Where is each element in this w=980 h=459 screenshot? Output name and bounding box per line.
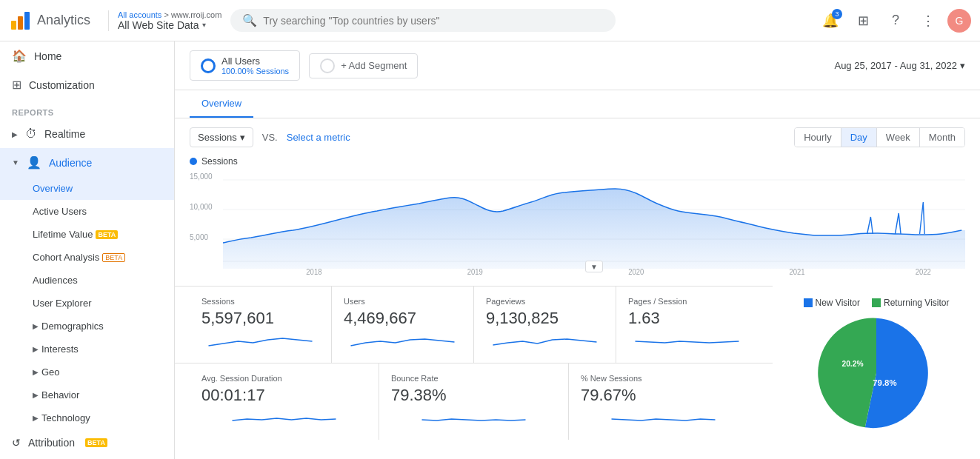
returning-visitor-legend-color bbox=[872, 298, 881, 307]
date-range-selector[interactable]: Aug 25, 2017 - Aug 31, 2022 ▾ bbox=[834, 60, 965, 71]
select-metric-link[interactable]: Select a metric bbox=[287, 132, 350, 143]
sidebar-item-attribution[interactable]: ↺ Attribution BETA bbox=[0, 429, 174, 456]
time-buttons: Hourly Day Week Month bbox=[794, 127, 965, 147]
metric-label: Sessions bbox=[198, 132, 237, 143]
chart-svg-container: 2018 2019 2020 2021 2022 ▼ bbox=[223, 172, 965, 278]
pageviews-label: Pageviews bbox=[486, 297, 604, 306]
svg-rect-0 bbox=[11, 21, 16, 30]
header-actions: 🔔 3 ⊞ ? ⋮ G bbox=[817, 7, 971, 34]
avg-session-sparkline bbox=[201, 409, 367, 427]
metric-selector[interactable]: Sessions ▾ bbox=[190, 127, 253, 147]
cohort-beta: BETA bbox=[102, 253, 125, 262]
attribution-icon: ↺ bbox=[12, 437, 21, 449]
behavior-chevron: ▶ bbox=[33, 391, 39, 399]
main-content: All Users 100.00% Sessions + Add Segment… bbox=[175, 41, 980, 459]
users-label: Users bbox=[344, 297, 461, 306]
stat-users: Users 4,469,667 bbox=[332, 287, 474, 363]
sidebar-item-realtime[interactable]: ▶ ⏱ Realtime bbox=[0, 120, 174, 148]
account-dropdown-arrow: ▾ bbox=[202, 21, 206, 29]
sidebar-item-demographics[interactable]: ▶ Demographics bbox=[0, 315, 174, 338]
pie-chart: 79.8% 20.2% bbox=[817, 314, 936, 432]
sidebar-sub-cohort-analysis[interactable]: Cohort Analysis BETA bbox=[0, 246, 174, 269]
week-button[interactable]: Week bbox=[877, 128, 920, 147]
audience-icon: 👤 bbox=[27, 155, 41, 170]
sessions-legend-dot bbox=[190, 158, 197, 165]
avatar[interactable]: G bbox=[947, 9, 971, 33]
sidebar-sub-audiences[interactable]: Audiences bbox=[0, 269, 174, 292]
sidebar-item-home[interactable]: 🏠 Home bbox=[0, 41, 174, 70]
pages-session-label: Pages / Session bbox=[628, 297, 746, 306]
main-layout: 🏠 Home ⊞ Customization REPORTS ▶ ⏱ Realt… bbox=[0, 41, 980, 459]
avg-session-label: Avg. Session Duration bbox=[201, 374, 367, 383]
search-bar[interactable]: 🔍 bbox=[230, 9, 616, 32]
geo-chevron: ▶ bbox=[33, 368, 39, 376]
sidebar-sub-overview[interactable]: Overview bbox=[0, 177, 174, 200]
svg-rect-1 bbox=[18, 16, 23, 30]
search-icon: 🔍 bbox=[242, 13, 257, 27]
pages-session-sparkline bbox=[628, 332, 746, 350]
pageviews-sparkline bbox=[486, 332, 604, 350]
chart-legend: Sessions bbox=[190, 156, 965, 167]
realtime-chevron: ▶ bbox=[12, 130, 18, 138]
svg-text:2019: 2019 bbox=[467, 268, 483, 276]
pie-legend: New Visitor Returning Visitor bbox=[804, 298, 950, 308]
sidebar-sub-user-explorer[interactable]: User Explorer bbox=[0, 292, 174, 315]
sidebar-sub-lifetime-value[interactable]: Lifetime Value BETA bbox=[0, 223, 174, 246]
returning-visitor-label: Returning Visitor bbox=[884, 298, 950, 308]
sidebar-item-customization[interactable]: ⊞ Customization bbox=[0, 70, 174, 99]
svg-rect-2 bbox=[24, 12, 30, 30]
new-sessions-label: % New Sessions bbox=[581, 374, 746, 383]
new-visitor-legend-item: New Visitor bbox=[804, 298, 860, 308]
lifetime-value-beta: BETA bbox=[96, 230, 118, 239]
chart-with-labels: 15,000 10,000 5,000 bbox=[190, 172, 965, 278]
svg-text:2018: 2018 bbox=[306, 268, 321, 276]
new-sessions-value: 79.67% bbox=[581, 386, 746, 405]
month-button[interactable]: Month bbox=[920, 128, 964, 147]
sidebar-item-interests[interactable]: ▶ Interests bbox=[0, 338, 174, 361]
search-input[interactable] bbox=[263, 15, 604, 27]
reports-section-label: REPORTS bbox=[0, 99, 174, 120]
notifications-button[interactable]: 🔔 3 bbox=[817, 7, 844, 34]
sessions-value: 5,597,601 bbox=[201, 309, 319, 328]
bounce-rate-label: Bounce Rate bbox=[391, 374, 556, 383]
date-range-chevron: ▾ bbox=[960, 60, 965, 71]
stat-pageviews: Pageviews 9,130,825 bbox=[474, 287, 616, 363]
help-button[interactable]: ? bbox=[882, 7, 909, 34]
svg-text:79.8%: 79.8% bbox=[873, 378, 896, 387]
tab-overview[interactable]: Overview bbox=[190, 90, 253, 118]
account-name[interactable]: All Web Site Data ▾ bbox=[118, 19, 221, 31]
stat-sessions: Sessions 5,597,601 bbox=[190, 287, 332, 363]
chart-area-fill bbox=[223, 189, 965, 269]
sidebar-item-behavior[interactable]: ▶ Behavior bbox=[0, 383, 174, 406]
all-users-segment[interactable]: All Users 100.00% Sessions bbox=[190, 50, 300, 81]
sessions-label: Sessions bbox=[201, 297, 319, 306]
stat-pages-session: Pages / Session 1.63 bbox=[616, 287, 758, 363]
top-header: Analytics All accounts > www.rroij.com A… bbox=[0, 0, 980, 41]
realtime-icon: ⏱ bbox=[25, 127, 37, 141]
sidebar-sub-active-users[interactable]: Active Users bbox=[0, 200, 174, 223]
home-icon: 🏠 bbox=[12, 49, 27, 63]
demographics-chevron: ▶ bbox=[33, 322, 39, 330]
chart-expand-button[interactable]: ▼ bbox=[585, 261, 603, 272]
users-sparkline bbox=[344, 332, 461, 350]
tab-bar: Overview bbox=[175, 90, 980, 118]
users-value: 4,469,667 bbox=[344, 309, 461, 328]
segment-sub: 100.00% Sessions bbox=[221, 67, 289, 76]
sidebar-item-geo[interactable]: ▶ Geo bbox=[0, 361, 174, 383]
sidebar-item-audience[interactable]: ▼ 👤 Audience bbox=[0, 148, 174, 177]
interests-chevron: ▶ bbox=[33, 345, 39, 353]
hourly-button[interactable]: Hourly bbox=[795, 128, 841, 147]
apps-button[interactable]: ⊞ bbox=[850, 7, 876, 34]
new-visitor-legend-color bbox=[804, 298, 813, 307]
sidebar-item-technology[interactable]: ▶ Technology bbox=[0, 406, 174, 429]
chart-y-axis: 15,000 10,000 5,000 bbox=[190, 172, 223, 278]
pie-section: New Visitor Returning Visitor 79.8% 20.2 bbox=[773, 286, 980, 444]
day-button[interactable]: Day bbox=[841, 128, 877, 147]
pageviews-value: 9,130,825 bbox=[486, 309, 604, 328]
account-info: All accounts > www.rroij.com All Web Sit… bbox=[108, 10, 221, 31]
more-options-button[interactable]: ⋮ bbox=[915, 7, 941, 34]
add-segment-button[interactable]: + Add Segment bbox=[309, 53, 418, 78]
account-breadcrumb: All accounts > www.rroij.com bbox=[118, 10, 221, 19]
stat-new-sessions: % New Sessions 79.67% bbox=[569, 363, 758, 440]
app-title: Analytics bbox=[37, 13, 90, 28]
